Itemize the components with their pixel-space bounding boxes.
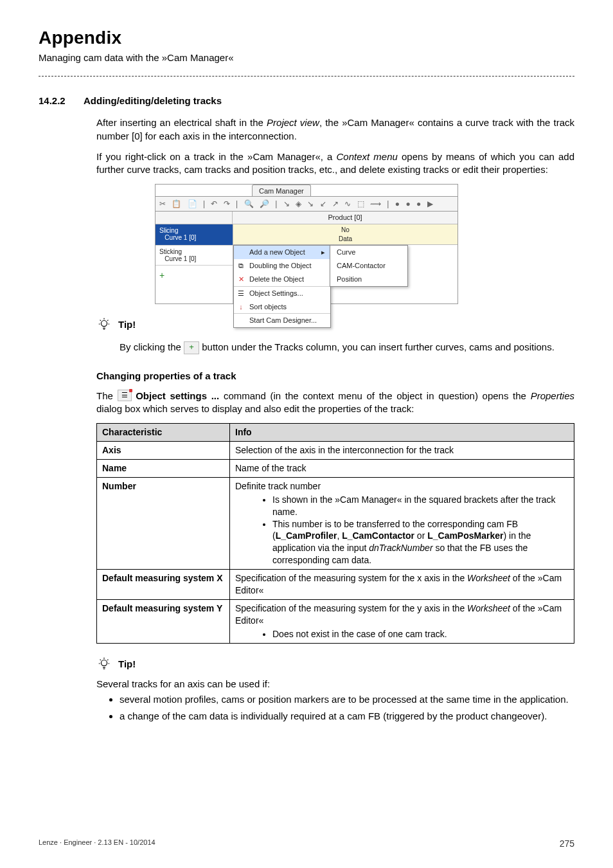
cell-info: Selection of the axis in the interconnec…	[230, 442, 574, 460]
page-title: Appendix	[39, 26, 574, 50]
menu-label: Add a new Object	[249, 248, 305, 256]
section-number: 14.2.2	[39, 95, 84, 107]
submenu-cam-contactor[interactable]: CAM-Contactor	[330, 259, 407, 273]
section-heading: 14.2.2 Adding/editing/deleting tracks	[39, 95, 574, 107]
col-info: Info	[230, 424, 574, 442]
submenu-arrow-icon: ▸	[321, 248, 325, 257]
header-tracks	[155, 212, 233, 224]
track-slicing[interactable]: Slicing Curve 1 [0]	[155, 224, 233, 245]
cell-no-data: No Data	[233, 224, 458, 245]
divider	[39, 76, 574, 77]
settings-icon: ☰	[236, 289, 245, 298]
cell-characteristic: Default measuring system X	[97, 570, 230, 600]
menu-label: Doubling the Object	[249, 262, 312, 269]
copy-icon: ⧉	[236, 261, 245, 271]
tip-block-2: Tip!	[96, 656, 574, 674]
svg-point-0	[101, 321, 107, 327]
menu-label: Sort objects	[249, 303, 287, 311]
cell-info: Specification of the measuring system fo…	[230, 599, 574, 643]
properties-table: Characteristic Info AxisSelection of the…	[96, 423, 574, 643]
para-1: After inserting an electrical shaft in t…	[96, 116, 574, 143]
table-row: NameName of the track	[97, 459, 574, 477]
tip-icon	[96, 317, 112, 334]
menu-label: Delete the Object	[249, 275, 304, 283]
menu-label: Object Settings...	[249, 289, 303, 297]
change-para: The ☰ Object settings ... command (in th…	[96, 390, 574, 416]
screenshot-cam-manager: Cam Manager ✂ 📋 📄 | ↶ ↷ | 🔍 🔎 | ↘ ◈ ↘ ↙ …	[39, 184, 574, 304]
menu-start-cam-designer[interactable]: Start Cam Designer...	[234, 314, 330, 327]
page-number: 275	[560, 838, 574, 850]
sort-icon: ↓	[236, 302, 245, 312]
table-row: AxisSelection of the axis in the interco…	[97, 442, 574, 460]
track-name: Slicing	[159, 227, 178, 234]
text: After inserting an electrical shaft in t…	[96, 117, 267, 128]
col-characteristic: Characteristic	[97, 424, 230, 442]
track-curve: Curve 1 [0]	[164, 234, 196, 241]
cell-characteristic: Default measuring system Y	[97, 599, 230, 643]
tip-label: Tip!	[118, 656, 136, 671]
cell-characteristic: Number	[97, 477, 230, 569]
object-settings-icon: ☰	[118, 390, 132, 401]
footer-left: Lenze · Engineer · 2.13 EN - 10/2014	[39, 838, 155, 850]
page-subtitle: Managing cam data with the »Cam Manager«	[39, 51, 574, 64]
list-item: a change of the cam data is individually…	[120, 710, 574, 723]
menu-sort-objects[interactable]: ↓ Sort objects	[234, 300, 330, 314]
delete-icon: ✕	[236, 275, 245, 284]
subheading-changing-properties: Changing properties of a track	[96, 370, 574, 383]
tip-body-2: Several tracks for an axis can be used i…	[96, 678, 574, 691]
section-body: After inserting an electrical shaft in t…	[96, 116, 574, 176]
table-row: Default measuring system YSpecification …	[97, 599, 574, 643]
menu-label: Start Cam Designer...	[249, 316, 317, 324]
menu-doubling-object[interactable]: ⧉ Doubling the Object	[234, 259, 330, 273]
section-title: Adding/editing/deleting tracks	[84, 95, 222, 107]
tip-icon	[96, 656, 112, 674]
context-submenu: Curve CAM-Contactor Position	[330, 245, 408, 287]
text: The	[96, 390, 118, 401]
toolbar[interactable]: ✂ 📋 📄 | ↶ ↷ | 🔍 🔎 | ↘ ◈ ↘ ↙ ↗ ∿ ⬚ ⟿ | ● …	[155, 196, 458, 212]
table-row: NumberDefinite track numberIs shown in t…	[97, 477, 574, 569]
submenu-curve[interactable]: Curve	[330, 246, 407, 259]
list-item: several motion profiles, cams or positio…	[120, 693, 574, 706]
table-row: Default measuring system XSpecification …	[97, 570, 574, 600]
track-sticking[interactable]: Sticking Curve 1 [0]	[155, 245, 233, 265]
menu-add-object[interactable]: Add a new Object▸	[234, 246, 330, 259]
tip-body-1: By clicking the + button under the Track…	[120, 341, 574, 354]
text: By clicking the	[120, 341, 184, 352]
cell-info: Specification of the measuring system fo…	[230, 570, 574, 600]
cell-characteristic: Axis	[97, 442, 230, 460]
track-curve: Curve 1 [0]	[164, 255, 196, 262]
plus-button-icon: +	[184, 341, 199, 354]
text-bold: Object settings ...	[136, 390, 219, 401]
submenu-position[interactable]: Position	[330, 273, 407, 286]
track-name: Sticking	[159, 248, 182, 255]
context-menu: Add a new Object▸ ⧉ Doubling the Object …	[233, 245, 331, 328]
cell-characteristic: Name	[97, 459, 230, 477]
tip2-lead: Several tracks for an axis can be used i…	[96, 678, 574, 691]
para-2: If you right-click on a track in the »Ca…	[96, 150, 574, 177]
menu-object-settings[interactable]: ☰ Object Settings...	[234, 287, 330, 300]
tip-block-1: Tip!	[96, 317, 574, 334]
text: dialog box which serves to display and a…	[96, 403, 414, 414]
text: button under the Tracks column, you can …	[202, 341, 555, 352]
header-product: Product [0]	[233, 212, 458, 224]
text-italic: Context menu	[337, 151, 398, 162]
tip2-bullet-list: several motion profiles, cams or positio…	[109, 693, 574, 723]
text: command (in the context menu of the obje…	[224, 390, 531, 401]
cell-info: Definite track numberIs shown in the »Ca…	[230, 477, 574, 569]
tab-cam-manager[interactable]: Cam Manager	[252, 185, 311, 196]
svg-point-1	[101, 660, 107, 665]
page-footer: Lenze · Engineer · 2.13 EN - 10/2014 275	[39, 838, 574, 850]
tip-label: Tip!	[118, 317, 136, 331]
text-italic: Properties	[531, 390, 574, 401]
menu-delete-object[interactable]: ✕ Delete the Object	[234, 273, 330, 287]
text: If you right-click on a track in the »Ca…	[96, 151, 337, 162]
text-italic: Project view	[267, 117, 319, 128]
add-track-button[interactable]: +	[155, 265, 233, 303]
cell-info: Name of the track	[230, 459, 574, 477]
